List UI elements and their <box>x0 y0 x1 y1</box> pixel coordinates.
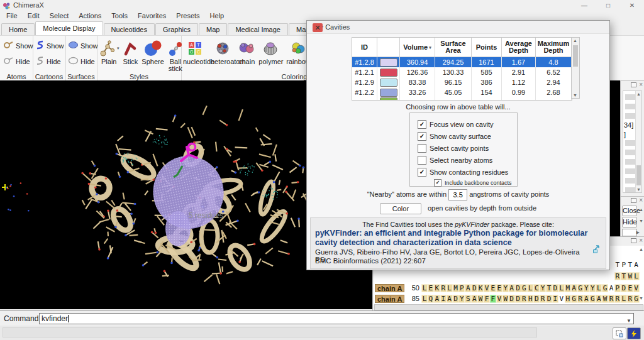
residue-cell[interactable]: D <box>509 295 515 303</box>
residue-cell[interactable]: Y <box>502 284 509 292</box>
residue-cell[interactable]: H <box>565 295 571 303</box>
panel-close-icon[interactable]: × <box>639 238 643 243</box>
residue-cell[interactable]: L <box>633 272 640 280</box>
residue-cell[interactable]: G <box>521 284 527 292</box>
toolbar-button-nucleotide[interactable]: ATGCnucleotide <box>181 37 209 65</box>
citation-icon[interactable] <box>592 244 601 256</box>
toolbar-button-plain[interactable]: ▾Plain <box>97 37 121 65</box>
residue-cell[interactable]: G <box>577 284 584 292</box>
residue-cell[interactable]: L <box>421 284 428 292</box>
scroll-down-icon[interactable]: ▼ <box>639 219 643 223</box>
checkbox[interactable]: ✓ <box>418 168 426 177</box>
panel-close-icon[interactable]: × <box>639 82 643 87</box>
residue-cell[interactable]: A <box>633 261 640 269</box>
panel-scrollbar[interactable]: ▲ ▼ <box>635 91 641 192</box>
title-bar[interactable]: ChimeraX — □ ✕ <box>0 0 644 11</box>
option-include-backbone-contacts[interactable]: ✓Include backbone contacts <box>418 178 517 187</box>
tab-graphics[interactable]: Graphics <box>155 23 198 35</box>
checkbox[interactable]: ✓ <box>418 132 426 141</box>
toolbar-button-hide[interactable]: Hide <box>65 53 97 69</box>
minimize-icon[interactable]: — <box>572 0 596 13</box>
residue-cell[interactable]: L <box>596 284 602 292</box>
residue-cell[interactable]: C <box>533 284 540 292</box>
residue-cell[interactable]: R <box>608 295 614 303</box>
residue-cell[interactable]: T <box>546 284 552 292</box>
list-item[interactable] <box>625 94 635 100</box>
residue-cell[interactable]: I <box>440 295 447 303</box>
table-header[interactable]: IDVolume▾Surface AreaPointsAverage Depth… <box>352 38 572 57</box>
toolbar-button-sphere[interactable]: Sphere <box>140 37 165 65</box>
column-header-average-depth[interactable]: Average Depth <box>502 38 536 57</box>
undock-icon[interactable] <box>631 198 636 203</box>
column-header-surface-area[interactable]: Surface Area <box>435 38 472 57</box>
list-item[interactable] <box>625 159 635 165</box>
residue-cell[interactable]: D <box>515 295 521 303</box>
residue-cell[interactable]: M <box>453 284 459 292</box>
residue-cell[interactable]: P <box>614 284 621 292</box>
residue-cell[interactable]: P <box>458 284 465 292</box>
cavity-row-1.2.9[interactable]: #1.2.983.3896.153861.122.94 <box>352 77 572 87</box>
residue-cell[interactable]: R <box>440 284 447 292</box>
cavity-row-1.2.2[interactable]: #1.2.233.2645.051540.992.68 <box>352 87 572 97</box>
residue-cell[interactable]: A <box>571 284 577 292</box>
menu-actions[interactable]: Actions <box>74 11 106 21</box>
residue-cell[interactable]: Q <box>428 295 434 303</box>
residue-cell[interactable]: R <box>614 272 621 280</box>
dialog-close-icon[interactable]: ✕ <box>313 23 323 32</box>
residue-cell[interactable]: L <box>527 284 533 292</box>
toolbar-button-show[interactable]: Show <box>0 38 33 53</box>
residue-cell[interactable]: G <box>571 295 577 303</box>
tab-map[interactable]: Map <box>199 23 227 35</box>
option-select-cavity-points[interactable]: Select cavity points <box>418 142 517 154</box>
scroll-down-icon[interactable]: ▼ <box>636 187 641 192</box>
residue-cell[interactable]: E <box>490 284 496 292</box>
toolbar-button-hide[interactable]: Hide <box>0 53 33 69</box>
residue-cell[interactable]: Y <box>589 284 596 292</box>
residue-cell[interactable]: W <box>477 295 484 303</box>
menu-select[interactable]: Select <box>45 11 74 21</box>
residue-cell[interactable]: P <box>621 261 627 269</box>
residue-cell[interactable]: Y <box>458 295 465 303</box>
residue-cell[interactable]: V <box>484 284 490 292</box>
menu-presets[interactable]: Presets <box>171 11 204 21</box>
residue-cell[interactable]: L <box>621 295 627 303</box>
list-item[interactable] <box>625 187 635 193</box>
command-input[interactable]: kvfinder ▼ <box>39 313 634 324</box>
residue-cell[interactable]: K <box>477 284 484 292</box>
cavity-row-1.2.1[interactable]: #1.2.1126.36130.335852.916.52 <box>352 67 572 77</box>
residue-cell[interactable]: A <box>471 295 477 303</box>
residue-cell[interactable]: Y <box>583 284 589 292</box>
residue-cell[interactable]: D <box>471 284 477 292</box>
residue-cell[interactable]: T <box>621 272 627 280</box>
residue-cell[interactable]: W <box>627 272 633 280</box>
residue-cell[interactable]: A <box>465 284 471 292</box>
column-header-color[interactable] <box>377 38 400 57</box>
residue-cell[interactable]: G <box>602 284 608 292</box>
menu-help[interactable]: Help <box>205 11 230 21</box>
tab-home[interactable]: Home <box>1 23 35 35</box>
list-item[interactable] <box>625 178 635 184</box>
residue-cell[interactable]: T <box>627 261 633 269</box>
scroll-up-icon[interactable]: ▲ <box>573 38 577 43</box>
checkbox[interactable]: ✓ <box>418 120 426 129</box>
dropdown-icon[interactable]: ▾ <box>117 46 119 51</box>
option-focus-view-on-cavity[interactable]: ✓Focus view on cavity <box>418 118 517 130</box>
column-header-id[interactable]: ID <box>352 38 377 57</box>
column-header-volume[interactable]: Volume▾ <box>400 38 435 57</box>
residue-cell[interactable]: A <box>608 284 614 292</box>
residue-cell[interactable]: F <box>490 295 496 303</box>
residue-cell[interactable]: E <box>496 284 502 292</box>
residue-cell[interactable]: S <box>465 295 471 303</box>
menu-file[interactable]: File <box>1 11 23 21</box>
dialog-title-bar[interactable]: 4ltv Cavities ✕ <box>307 21 609 34</box>
option-show-cavity-surface[interactable]: ✓Show cavity surface <box>418 130 517 142</box>
toolbar-button-stick[interactable]: Stick <box>121 37 140 65</box>
residue-cell[interactable]: V <box>633 284 640 292</box>
toolbar-button-heteroatom[interactable]: heteroatom <box>209 37 236 65</box>
tab-nucleotides[interactable]: Nucleotides <box>104 23 155 35</box>
residue-cell[interactable]: D <box>453 295 459 303</box>
checkbox[interactable]: ✓ <box>434 179 441 187</box>
undock-icon[interactable] <box>631 238 636 243</box>
menu-favorites[interactable]: Favorites <box>133 11 171 21</box>
option-show-contacting-residues[interactable]: ✓Show contacting residues <box>418 166 517 178</box>
